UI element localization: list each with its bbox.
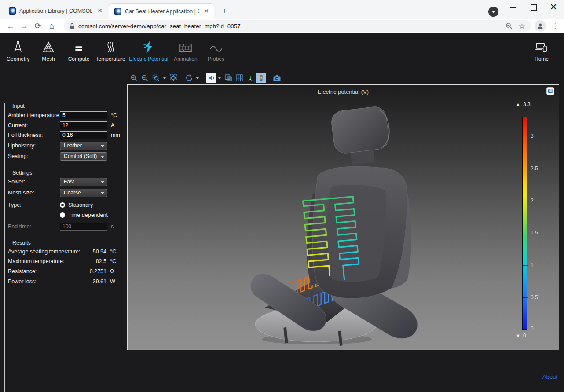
triangle-up-icon: ▲ — [516, 102, 520, 107]
reload-icon[interactable]: ⟳ — [32, 20, 44, 32]
ribbon-button-compute[interactable]: Compute — [65, 38, 93, 65]
end-time-input — [60, 223, 107, 231]
field-row-solver: Solver: Fast — [0, 178, 127, 187]
scene-light-dropdown-icon[interactable] — [217, 73, 222, 83]
temperature-waves-icon — [105, 38, 116, 54]
field-label: Current: — [8, 122, 28, 128]
car-seat-3d-model[interactable] — [128, 85, 560, 351]
axes-orientation-icon[interactable] — [245, 73, 255, 83]
zoom-out-icon[interactable] — [140, 73, 150, 83]
back-icon[interactable]: ← — [4, 20, 17, 32]
window-close-button[interactable]: ✕ — [544, 0, 563, 15]
zoom-extents-icon[interactable] — [168, 73, 178, 83]
url-text[interactable]: comsol.com/server-demo/app/car_seat_heat… — [78, 23, 505, 29]
window-minimize-button[interactable] — [503, 0, 523, 15]
zoom-in-icon[interactable] — [129, 73, 139, 83]
page-zoom-icon[interactable] — [505, 22, 513, 29]
zoom-box-icon[interactable] — [151, 73, 161, 83]
result-value: 82.5 — [57, 258, 106, 264]
ambient-temperature-input[interactable] — [60, 111, 107, 119]
legend-tick-label: 2.5 — [531, 165, 546, 172]
color-legend-toggle-icon[interactable] — [256, 73, 266, 83]
tab-strip: Application Library | COMSOL Se ✕ Car Se… — [0, 0, 564, 19]
about-link[interactable]: About — [542, 374, 557, 380]
tab-close-icon[interactable]: ✕ — [202, 7, 210, 15]
field-row-foil-thickness: Foil thickness: mm — [0, 131, 127, 140]
browser-home-icon[interactable]: ⌂ — [46, 20, 58, 32]
field-unit: s — [111, 223, 114, 230]
mesh-triangle-icon — [42, 38, 55, 54]
radio-stationary[interactable]: Stationary — [60, 201, 126, 209]
tab-title: Application Library | COMSOL Se — [19, 8, 92, 14]
window-maximize-button[interactable] — [524, 0, 543, 15]
ribbon-button-geometry[interactable]: Geometry — [4, 38, 33, 65]
input-panel: Input Ambient temperature: °C Current: A… — [0, 67, 127, 392]
current-input[interactable] — [60, 121, 107, 129]
forward-icon[interactable]: → — [18, 20, 30, 32]
ribbon-button-animation: Animation — [170, 38, 201, 65]
solver-select[interactable]: Fast — [60, 178, 107, 186]
reset-view-icon[interactable] — [184, 73, 194, 83]
ribbon-button-home[interactable]: Home — [527, 38, 556, 65]
field-row-current: Current: A — [0, 121, 127, 130]
toolbar-separator — [181, 73, 181, 82]
chevron-down-icon — [101, 192, 104, 196]
comsol-favicon — [9, 7, 16, 15]
tab-car-seat-heater[interactable]: Car Seat Heater Application | CO ✕ — [109, 3, 214, 19]
legend-tick-label: 1.5 — [531, 229, 546, 236]
scene-light-icon[interactable] — [206, 73, 216, 83]
home-devices-icon — [535, 38, 549, 54]
comsol-app: Geometry Mesh Compute Temperature Electr… — [0, 33, 564, 392]
graphics-canvas[interactable]: Electric potential (V) — [127, 84, 559, 350]
legend-tick-label: 0 — [531, 325, 546, 332]
legend-tick-label: 0.5 — [531, 294, 546, 301]
lightning-bolt-icon — [143, 38, 155, 54]
chevron-down-icon — [101, 145, 104, 149]
triangle-down-icon: ▼ — [516, 333, 520, 338]
new-tab-button[interactable]: + — [219, 6, 230, 17]
result-row: Resistance: 0.2751 Ω — [0, 268, 127, 276]
reset-view-dropdown-icon[interactable] — [195, 73, 200, 83]
radio-time-dependent[interactable]: Time dependent — [60, 212, 126, 219]
transparency-icon[interactable] — [223, 73, 233, 83]
tab-close-icon[interactable]: ✕ — [96, 7, 104, 15]
radio-dot-icon — [60, 212, 65, 218]
section-header-results: Results — [4, 240, 125, 246]
profile-avatar[interactable] — [535, 20, 546, 32]
field-label: Upholstery: — [8, 143, 36, 149]
lock-icon[interactable] — [70, 23, 75, 29]
chevron-down-icon — [101, 156, 104, 160]
ribbon-button-probes: Probes — [202, 38, 230, 65]
browser-window: Application Library | COMSOL Se ✕ Car Se… — [0, 0, 564, 392]
snapshot-camera-icon[interactable] — [272, 73, 282, 83]
field-row-mesh-size: Mesh size: Coarse — [0, 189, 127, 198]
omnibox[interactable]: comsol.com/server-demo/app/car_seat_heat… — [64, 20, 531, 32]
ribbon-button-electric-potential[interactable]: Electric Potential — [130, 38, 167, 65]
sine-wave-icon — [209, 38, 223, 54]
bookmark-star-icon[interactable]: ☆ — [519, 22, 525, 31]
field-label: Solver: — [8, 179, 25, 185]
field-row-end-time: End time: s — [0, 223, 127, 231]
browser-update-badge-icon[interactable] — [488, 7, 498, 17]
tab-application-library[interactable]: Application Library | COMSOL Se ✕ — [4, 3, 107, 19]
browser-menu-icon[interactable]: ⋮ — [551, 20, 560, 32]
mesh-size-select[interactable]: Coarse — [60, 189, 107, 197]
field-label: Type: — [8, 202, 22, 208]
field-row-type2: Time dependent — [0, 211, 127, 220]
ribbon-button-temperature[interactable]: Temperature — [93, 38, 128, 65]
field-label: End time: — [8, 223, 31, 230]
grid-icon[interactable] — [234, 73, 244, 83]
upholstery-select[interactable]: Leather — [60, 142, 107, 150]
foil-thickness-input[interactable] — [60, 131, 107, 139]
geometry-compass-icon — [12, 38, 24, 54]
result-value: 39.61 — [57, 278, 106, 285]
zoom-box-dropdown-icon[interactable] — [162, 73, 167, 83]
radio-dot-icon — [60, 202, 65, 208]
seating-select[interactable]: Comfort (Soft) — [60, 152, 107, 161]
toolbar-separator — [203, 73, 203, 82]
ribbon-button-mesh[interactable]: Mesh — [34, 38, 62, 65]
comsol-favicon — [114, 8, 121, 15]
field-label: Foil thickness: — [8, 132, 43, 138]
result-value: 0.2751 — [57, 268, 106, 275]
field-unit: mm — [111, 132, 120, 138]
